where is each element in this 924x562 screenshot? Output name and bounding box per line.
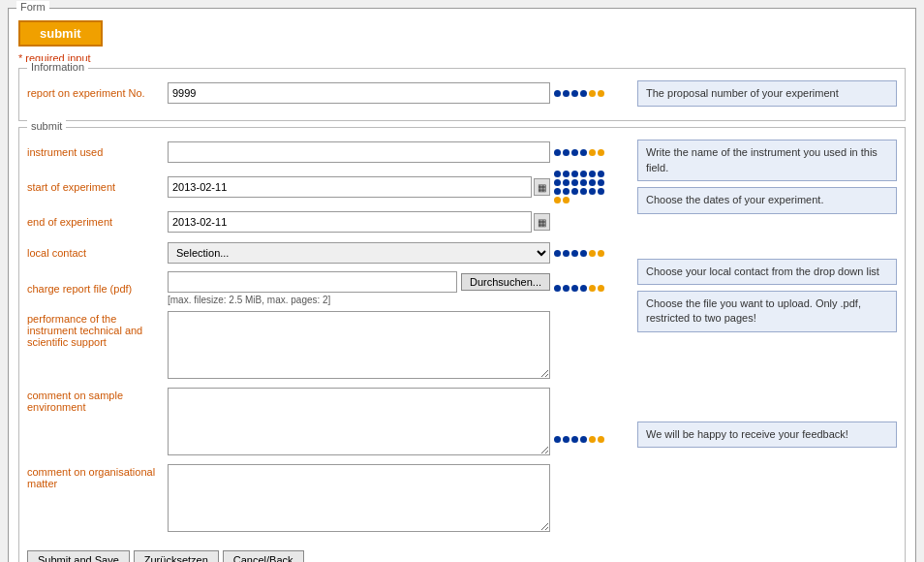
contact-dots xyxy=(550,250,628,257)
report-input[interactable] xyxy=(168,82,550,104)
submit-button[interactable]: submit xyxy=(18,20,103,47)
submit-save-button[interactable]: Submit and Save xyxy=(27,550,130,562)
dot xyxy=(571,149,578,156)
end-date-input[interactable] xyxy=(168,211,532,233)
dot xyxy=(563,285,570,292)
report-tooltip-area: The proposal number of your experiment xyxy=(628,80,897,112)
dot-orange xyxy=(598,90,604,97)
org-input-wrapper xyxy=(168,464,550,535)
instrument-input[interactable] xyxy=(168,141,550,163)
dot-orange xyxy=(554,197,561,203)
performance-row: performance of the instrument technical … xyxy=(27,311,628,382)
cancel-button[interactable]: Cancel/Back xyxy=(223,550,304,562)
dot-orange xyxy=(598,436,604,443)
report-dots xyxy=(550,90,628,97)
dates-tooltip: Choose the dates of your experiment. xyxy=(637,187,897,213)
org-label: comment on organisational matter xyxy=(27,464,168,489)
dot-orange xyxy=(589,436,596,443)
dot xyxy=(571,285,578,292)
end-calendar-icon[interactable]: ▦ xyxy=(534,213,550,231)
reset-button[interactable]: Zurücksetzen xyxy=(134,550,219,562)
dot xyxy=(571,250,578,257)
report-tooltip: The proposal number of your experiment xyxy=(637,80,897,107)
performance-textarea[interactable] xyxy=(168,311,550,379)
dot xyxy=(571,90,578,97)
dot-orange xyxy=(589,90,596,97)
dot xyxy=(554,285,561,292)
form-legend: Form xyxy=(16,1,49,13)
browse-button[interactable]: Durchsuchen... xyxy=(461,273,550,291)
dot xyxy=(598,188,604,195)
dot xyxy=(554,436,561,443)
charge-tooltip: Choose the file you want to upload. Only… xyxy=(637,291,897,332)
dot xyxy=(580,179,587,186)
dot xyxy=(563,250,570,257)
report-input-wrapper xyxy=(168,82,550,104)
required-note: * required input xyxy=(18,52,906,64)
performance-spacer xyxy=(637,338,897,422)
dot xyxy=(571,171,578,177)
dot-orange xyxy=(598,285,604,292)
report-label: report on experiment No. xyxy=(27,87,168,99)
tooltips-column: Write the name of the instrument you use… xyxy=(628,140,897,453)
dot xyxy=(563,90,570,97)
sample-row: comment on sample environment xyxy=(27,388,628,458)
bottom-buttons: Submit and Save Zurücksetzen Cancel/Back xyxy=(27,550,897,562)
dot xyxy=(589,188,596,195)
contact-row: local contact Selection... xyxy=(27,240,628,265)
dot xyxy=(563,171,570,177)
sample-textarea[interactable] xyxy=(168,388,550,455)
dot xyxy=(580,250,587,257)
dot xyxy=(571,188,578,195)
dot xyxy=(563,188,570,195)
end-input-wrapper: ▦ xyxy=(168,211,550,233)
contact-tooltip: Choose your local contact from the drop … xyxy=(637,259,897,285)
dot-orange xyxy=(598,250,604,257)
charge-file-hint: [max. filesize: 2.5 MiB, max. pages: 2] xyxy=(168,295,550,305)
submit-legend: submit xyxy=(27,120,66,132)
contact-input-wrapper: Selection... xyxy=(168,242,550,264)
dot-orange xyxy=(589,250,596,257)
dot xyxy=(554,179,561,186)
info-layout: report on experiment No. xyxy=(27,80,897,112)
dot-orange xyxy=(589,285,596,292)
report-row: report on experiment No. xyxy=(27,80,628,106)
org-textarea[interactable] xyxy=(168,464,550,532)
start-calendar-icon[interactable]: ▦ xyxy=(534,178,550,196)
dot xyxy=(580,90,587,97)
dot xyxy=(580,436,587,443)
dot xyxy=(563,149,570,156)
dot-orange xyxy=(563,197,570,203)
instrument-dots xyxy=(550,149,628,156)
dot-orange xyxy=(598,149,604,156)
dot xyxy=(554,188,561,195)
instrument-form-area: instrument used xyxy=(27,140,628,541)
dot xyxy=(571,179,578,186)
charge-file-input[interactable] xyxy=(168,271,457,293)
sample-dots xyxy=(550,388,628,443)
instrument-row: instrument used xyxy=(27,140,628,165)
start-date-input[interactable] xyxy=(168,176,532,198)
charge-input-wrapper: Durchsuchen... [max. filesize: 2.5 MiB, … xyxy=(168,271,550,305)
dot xyxy=(554,171,561,177)
charge-label: charge report file (pdf) xyxy=(27,283,168,295)
dot xyxy=(580,171,587,177)
dot xyxy=(563,436,570,443)
dot xyxy=(554,149,561,156)
instrument-label: instrument used xyxy=(27,146,168,158)
form-section: Form submit * required input Information… xyxy=(8,8,916,562)
contact-label: local contact xyxy=(27,247,168,259)
dot xyxy=(580,188,587,195)
dot xyxy=(571,436,578,443)
info-legend: Information xyxy=(27,61,88,73)
end-label: end of experiment xyxy=(27,216,168,228)
dot xyxy=(554,250,561,257)
start-input-wrapper: ▦ xyxy=(168,176,550,198)
instrument-tooltip: Write the name of the instrument you use… xyxy=(637,140,897,181)
sample-input-wrapper xyxy=(168,388,550,458)
instrument-main-row: instrument used xyxy=(27,140,897,541)
contact-select[interactable]: Selection... xyxy=(168,242,550,264)
start-dots xyxy=(550,171,628,203)
page-wrapper: Form submit * required input Information… xyxy=(0,0,924,562)
performance-label: performance of the instrument technical … xyxy=(27,311,168,348)
